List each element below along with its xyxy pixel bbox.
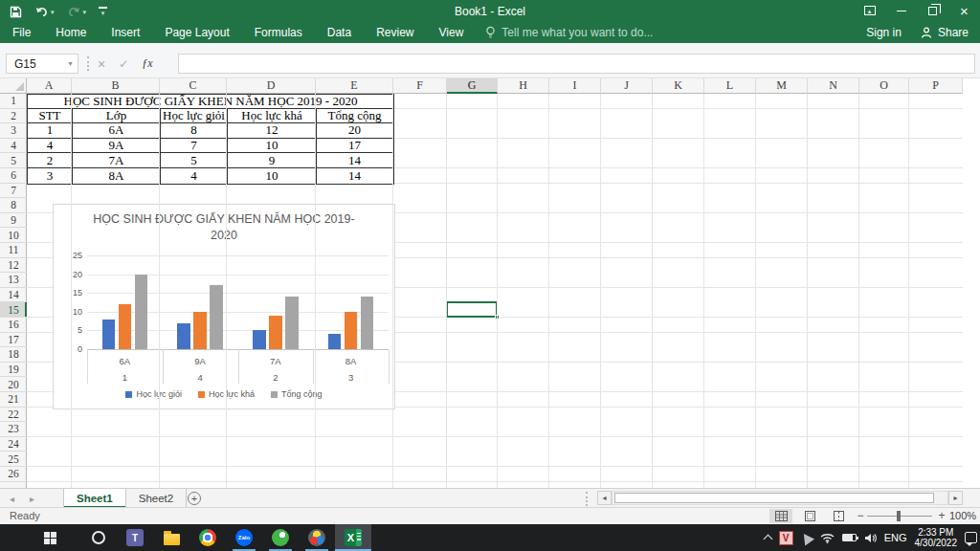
row-header-20[interactable]: 20 (0, 377, 27, 392)
undo-button[interactable]: ▾ (34, 6, 55, 17)
row-header-21[interactable]: 21 (0, 392, 27, 408)
chart-bar-7A-series3[interactable] (285, 297, 299, 349)
sign-in-link[interactable]: Sign in (866, 26, 902, 39)
row-header-25[interactable]: 25 (0, 452, 27, 467)
column-header-F[interactable]: F (393, 78, 447, 94)
table-cell[interactable]: 4 (161, 168, 228, 184)
ribbon-tab-data[interactable]: Data (315, 21, 364, 43)
speaker-icon[interactable] (864, 533, 877, 543)
column-header-K[interactable]: K (653, 78, 704, 94)
table-cell[interactable]: 20 (317, 123, 392, 138)
zalo-button[interactable]: Zalo (226, 524, 262, 551)
chart-bar-9A-series1[interactable] (177, 323, 190, 349)
row-header-15[interactable]: 15 (0, 302, 27, 318)
table-cell[interactable]: STT (28, 109, 73, 123)
ribbon-tab-view[interactable]: View (427, 21, 477, 43)
table-cell[interactable]: 14 (317, 153, 392, 167)
zoom-in-button[interactable]: + (936, 509, 947, 522)
column-header-E[interactable]: E (316, 78, 393, 94)
table-cell[interactable]: 12 (228, 123, 317, 138)
row-header-9[interactable]: 9 (0, 213, 27, 229)
select-all-corner[interactable] (0, 78, 27, 94)
tab-scroll-splitter[interactable] (586, 492, 588, 506)
ribbon-tab-home[interactable]: Home (43, 21, 99, 43)
row-header-7[interactable]: 7 (0, 184, 27, 199)
unikey-icon[interactable]: V (779, 531, 793, 545)
language-indicator[interactable]: ENG (884, 532, 907, 543)
minimize-button[interactable] (885, 0, 917, 21)
zoom-slider-handle[interactable] (897, 511, 901, 521)
sheet-nav-right[interactable]: ▸ (30, 494, 34, 504)
column-header-I[interactable]: I (549, 78, 601, 94)
wifi-icon[interactable] (820, 533, 835, 543)
close-button[interactable]: × (948, 0, 980, 21)
table-cell[interactable]: 7A (73, 153, 161, 167)
column-header-J[interactable]: J (601, 78, 653, 94)
table-cell[interactable]: 5 (161, 153, 228, 167)
tell-me-box[interactable]: Tell me what you want to do... (485, 26, 653, 39)
cortana-button[interactable] (80, 524, 117, 551)
chart-bar-8A-series3[interactable] (361, 297, 374, 349)
column-header-B[interactable]: B (72, 78, 160, 94)
row-header-6[interactable]: 6 (0, 168, 27, 184)
row-header-11[interactable]: 11 (0, 243, 27, 258)
name-box-dropdown-caret[interactable]: ▾ (63, 55, 78, 73)
hidden-icons-chevron[interactable] (763, 535, 772, 544)
chart-bar-8A-series2[interactable] (345, 312, 358, 349)
row-header-5[interactable]: 5 (0, 153, 27, 168)
column-header-D[interactable]: D (227, 78, 316, 94)
column-header-C[interactable]: C (160, 78, 227, 94)
insert-function-button[interactable]: ƒx (142, 56, 152, 71)
row-header-12[interactable]: 12 (0, 258, 27, 274)
ribbon-tab-page-layout[interactable]: Page Layout (152, 21, 241, 43)
column-header-M[interactable]: M (756, 78, 808, 94)
add-sheet-button[interactable]: + (188, 492, 201, 505)
zoom-out-button[interactable]: − (855, 509, 866, 522)
row-header-16[interactable]: 16 (0, 318, 27, 333)
table-cell[interactable]: 8 (161, 123, 228, 138)
row-header-18[interactable]: 18 (0, 347, 27, 363)
restore-button[interactable] (917, 0, 948, 21)
column-header-O[interactable]: O (859, 78, 909, 94)
name-box[interactable]: G15 ▾ (6, 54, 78, 74)
chart-bar-6A-series3[interactable] (135, 275, 148, 349)
chrome-profile-button[interactable] (299, 524, 335, 551)
page-layout-view-button[interactable] (798, 509, 821, 523)
table-cell[interactable]: 9A (73, 139, 161, 153)
excel-taskbar-button[interactable]: X (335, 524, 371, 551)
table-cell[interactable]: Học lực khá (228, 109, 317, 123)
column-header-P[interactable]: P (909, 78, 963, 94)
embedded-chart[interactable]: HỌC SINH ĐƯỢC GIẤY KHEN NĂM HỌC 2019-202… (53, 204, 395, 409)
row-header-23[interactable]: 23 (0, 422, 27, 437)
column-header-H[interactable]: H (498, 78, 549, 94)
chart-bar-8A-series1[interactable] (328, 334, 342, 349)
row-header-10[interactable]: 10 (0, 228, 27, 243)
normal-view-button[interactable] (769, 509, 792, 523)
ribbon-display-options-button[interactable]: ▴ (854, 0, 885, 21)
row-header-13[interactable]: 13 (0, 273, 27, 288)
cancel-button[interactable]: × (98, 56, 105, 72)
share-button[interactable]: Share (921, 26, 969, 39)
formula-input[interactable] (178, 54, 975, 74)
customize-qat-button[interactable]: ▾ (99, 7, 107, 16)
table-cell[interactable]: Tổng cộng (317, 109, 392, 123)
row-header-2[interactable]: 2 (0, 109, 27, 124)
cells-area[interactable]: HỌC SINH ĐƯỢC GIẤY KHEN NĂM HỌC 2019 - 2… (27, 94, 963, 488)
row-header-17[interactable]: 17 (0, 333, 27, 348)
zoom-level[interactable]: 100% (949, 510, 976, 521)
battery-icon[interactable] (842, 534, 857, 541)
table-cell[interactable]: 4 (28, 139, 73, 153)
table-cell[interactable]: 7 (161, 139, 228, 153)
chart-bar-6A-series1[interactable] (102, 320, 116, 349)
table-cell[interactable]: 9 (228, 153, 317, 167)
table-cell[interactable]: 17 (317, 139, 392, 153)
table-cell[interactable]: 6A (73, 123, 161, 138)
page-break-view-button[interactable] (827, 509, 850, 523)
table-cell[interactable]: 3 (28, 168, 73, 184)
sheet-tab-sheet1[interactable]: Sheet1 (63, 489, 126, 508)
hscroll-left-arrow[interactable]: ◂ (597, 491, 612, 505)
horizontal-scroll-thumb[interactable] (614, 493, 934, 503)
sheet-tab-sheet2[interactable]: Sheet2 (126, 489, 187, 508)
ribbon-tab-insert[interactable]: Insert (99, 21, 152, 43)
column-header-A[interactable]: A (27, 78, 72, 94)
